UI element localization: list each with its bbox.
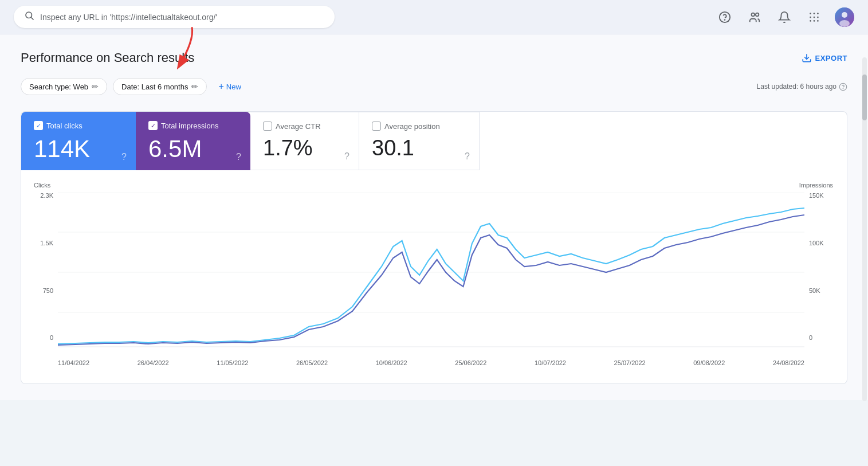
date-edit-icon: ✏ xyxy=(191,82,198,91)
y-right-50k: 50K xyxy=(809,287,835,294)
search-type-label: Search type: Web xyxy=(29,83,88,91)
y-right-100k: 100K xyxy=(809,240,835,246)
chart-container: Clicks Impressions 2.3K 1.5K 750 0 xyxy=(21,170,847,384)
avatar[interactable] xyxy=(835,7,854,27)
y-left-750: 750 xyxy=(33,287,53,294)
help-icon[interactable] xyxy=(716,8,734,26)
clicks-line xyxy=(58,208,804,344)
total-clicks-label: Total clicks xyxy=(46,122,83,130)
total-impressions-help-icon[interactable]: ? xyxy=(236,152,241,162)
svg-point-3 xyxy=(725,19,725,20)
main-content: Performance on Search results EXPORT Sea… xyxy=(0,34,868,400)
scrollbar[interactable] xyxy=(861,57,868,401)
impressions-line xyxy=(58,215,804,345)
total-clicks-checkbox[interactable]: ✓ xyxy=(34,121,43,130)
average-position-label: Average position xyxy=(384,122,440,131)
average-ctr-value: 1.7% xyxy=(263,136,346,160)
x-label-6: 10/07/2022 xyxy=(535,359,566,366)
page-title: Performance on Search results xyxy=(21,50,194,65)
total-impressions-checkbox[interactable]: ✓ xyxy=(148,121,158,130)
search-text: Inspect any URL in 'https://intellectual… xyxy=(40,13,217,22)
grid-icon[interactable] xyxy=(805,8,823,26)
filter-bar: Search type: Web ✏ Date: Last 6 months ✏ xyxy=(21,78,847,95)
new-label: New xyxy=(226,83,241,91)
search-icon xyxy=(24,10,34,24)
svg-point-11 xyxy=(817,16,819,18)
y-left-0: 0 xyxy=(33,334,53,341)
plus-icon: + xyxy=(218,81,223,92)
average-position-value: 30.1 xyxy=(372,136,466,160)
y-left-2300: 2.3K xyxy=(33,192,53,199)
x-label-3: 26/05/2022 xyxy=(296,359,328,366)
x-label-7: 25/07/2022 xyxy=(614,359,646,366)
x-label-9: 24/08/2022 xyxy=(773,359,804,366)
svg-point-21 xyxy=(843,88,843,89)
y-right-0: 0 xyxy=(809,334,835,341)
x-label-2: 11/05/2022 xyxy=(217,359,248,366)
average-ctr-checkbox[interactable] xyxy=(263,122,272,131)
x-label-1: 26/04/2022 xyxy=(138,359,169,366)
people-icon[interactable] xyxy=(745,8,764,26)
svg-point-4 xyxy=(752,13,755,16)
y-axis-right: 150K 100K 50K 0 xyxy=(804,192,835,341)
svg-point-12 xyxy=(810,20,811,22)
svg-point-6 xyxy=(810,13,811,14)
average-position-checkbox[interactable] xyxy=(372,122,381,131)
metric-average-position[interactable]: Average position 30.1 ? xyxy=(359,112,480,170)
left-axis-title: Clicks xyxy=(33,182,50,189)
average-ctr-help-icon[interactable]: ? xyxy=(344,151,349,162)
svg-point-16 xyxy=(842,12,847,18)
scrollbar-thumb[interactable] xyxy=(862,75,867,120)
date-filter[interactable]: Date: Last 6 months ✏ xyxy=(113,78,207,95)
total-clicks-help-icon[interactable]: ? xyxy=(121,152,127,162)
last-updated: Last updated: 6 hours ago xyxy=(757,83,847,91)
average-ctr-label: Average CTR xyxy=(276,122,321,131)
total-clicks-value: 114K xyxy=(34,136,123,162)
bell-icon[interactable] xyxy=(775,8,794,26)
svg-point-17 xyxy=(839,20,850,27)
right-axis-title: Impressions xyxy=(799,182,835,189)
svg-point-10 xyxy=(814,16,815,18)
svg-point-14 xyxy=(817,20,819,22)
filter-left: Search type: Web ✏ Date: Last 6 months ✏ xyxy=(21,78,247,95)
search-type-filter[interactable]: Search type: Web ✏ xyxy=(21,78,107,95)
svg-point-13 xyxy=(814,20,815,22)
total-impressions-value: 6.5M xyxy=(148,136,238,162)
y-left-1500: 1.5K xyxy=(33,240,53,246)
export-label: EXPORT xyxy=(815,54,847,62)
total-impressions-label: Total impressions xyxy=(161,122,218,130)
metrics-row: ✓ Total clicks 114K ? ✓ Total impression… xyxy=(21,112,847,170)
x-label-5: 25/06/2022 xyxy=(455,359,486,366)
metric-average-ctr[interactable]: Average CTR 1.7% ? xyxy=(250,112,359,170)
svg-point-5 xyxy=(756,13,759,16)
svg-point-0 xyxy=(26,12,32,18)
export-button[interactable]: EXPORT xyxy=(802,53,847,63)
page-header: Performance on Search results EXPORT xyxy=(21,50,847,65)
metric-total-impressions[interactable]: ✓ Total impressions 6.5M ? xyxy=(136,112,250,170)
x-label-8: 09/08/2022 xyxy=(693,359,725,366)
last-updated-text: Last updated: 6 hours ago xyxy=(757,83,836,91)
chart-svg-area xyxy=(58,192,804,355)
svg-point-9 xyxy=(810,16,811,18)
last-updated-help-icon[interactable] xyxy=(839,83,847,91)
new-filter-button[interactable]: + New xyxy=(213,78,246,95)
x-label-4: 10/06/2022 xyxy=(376,359,407,366)
svg-line-1 xyxy=(31,17,33,19)
date-label: Date: Last 6 months xyxy=(121,83,188,91)
performance-chart xyxy=(58,192,804,353)
svg-point-7 xyxy=(814,13,815,14)
svg-point-8 xyxy=(817,13,819,14)
x-axis: 11/04/2022 26/04/2022 11/05/2022 26/05/2… xyxy=(33,359,835,366)
average-position-help-icon[interactable]: ? xyxy=(465,151,470,162)
date-filter-container: Date: Last 6 months ✏ xyxy=(113,78,207,95)
x-label-0: 11/04/2022 xyxy=(58,359,89,366)
header-icons xyxy=(716,7,854,27)
header: Inspect any URL in 'https://intellectual… xyxy=(0,0,868,34)
edit-icon: ✏ xyxy=(92,82,99,91)
search-bar[interactable]: Inspect any URL in 'https://intellectual… xyxy=(14,6,335,28)
metric-total-clicks[interactable]: ✓ Total clicks 114K ? xyxy=(21,112,136,170)
y-axis-left: 2.3K 1.5K 750 0 xyxy=(33,192,58,341)
y-right-150k: 150K xyxy=(809,192,835,199)
